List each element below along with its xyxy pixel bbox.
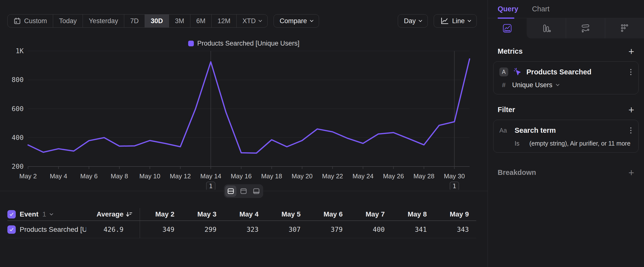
range-6m[interactable]: 6M	[190, 15, 212, 27]
x-tick-label: May 26	[383, 172, 404, 180]
filter-property-name[interactable]: Search term	[514, 126, 625, 134]
legend-label: Products Searched [Unique Users]	[197, 40, 300, 47]
kebab-menu-icon[interactable]	[629, 126, 632, 134]
date-column-header[interactable]: May 8	[385, 210, 427, 218]
date-value-cell: 323	[216, 226, 258, 233]
y-tick-label: 400	[12, 134, 24, 141]
compare-button[interactable]: Compare	[274, 14, 319, 28]
metric-card-row: A Products Searched	[499, 67, 632, 77]
range-today[interactable]: Today	[53, 15, 83, 27]
insights-icon[interactable]	[488, 18, 527, 39]
range-3m[interactable]: 3M	[169, 15, 190, 27]
metrics-section-header: Metrics +	[498, 47, 634, 55]
event-click-icon	[513, 67, 522, 77]
split-view-icon[interactable]	[225, 185, 236, 197]
table-only-view-icon[interactable]	[251, 185, 262, 197]
date-column-header[interactable]: May 2	[132, 210, 174, 218]
date-column-header[interactable]: May 7	[343, 210, 385, 218]
number-symbol: #	[499, 81, 508, 89]
range-12m[interactable]: 12M	[212, 15, 237, 27]
chart-type-label: Line	[452, 17, 465, 25]
range-label: 7D	[130, 17, 139, 25]
date-value-cell: 379	[300, 226, 343, 233]
filter-card-row: Aa Search term	[499, 125, 632, 136]
metric-event-name[interactable]: Products Searched	[526, 68, 625, 76]
range-label: 3M	[175, 17, 184, 25]
x-tick-label: May 12	[170, 172, 191, 180]
annotation-badge-label: 1	[452, 182, 456, 190]
range-label: 6M	[196, 17, 206, 25]
add-breakdown-button[interactable]: +	[628, 169, 634, 176]
filter-values: (empty string), Air purifier, or 11 more	[529, 140, 630, 147]
range-label: Custom	[24, 17, 47, 25]
y-tick-label: 600	[12, 105, 24, 113]
filter-title: Filter	[498, 106, 515, 114]
x-tick-label: May 18	[261, 172, 282, 180]
filter-card[interactable]: Aa Search term Is (empty string), Air pu…	[493, 120, 638, 153]
range-xtd[interactable]: XTD	[237, 15, 268, 27]
funnels-icon[interactable]	[527, 18, 566, 39]
row-name-cell: Products Searched [Un...	[8, 225, 86, 234]
flows-icon[interactable]	[605, 18, 644, 39]
add-metric-button[interactable]: +	[628, 48, 634, 55]
range-custom[interactable]: Custom	[8, 15, 53, 27]
aggregation-label: Unique Users	[512, 81, 552, 89]
chart-legend: Products Searched [Unique Users]	[0, 40, 488, 47]
chart-type-button[interactable]: Line	[434, 14, 477, 28]
filter-condition-row[interactable]: Is (empty string), Air purifier, or 11 m…	[514, 139, 632, 148]
date-column-header[interactable]: May 3	[174, 210, 216, 218]
range-yesterday[interactable]: Yesterday	[83, 15, 124, 27]
query-panel: Query Chart Metrics +	[488, 0, 644, 267]
series-line[interactable]	[28, 59, 470, 153]
select-all-checkbox[interactable]	[8, 210, 16, 218]
table-row: Products Searched [Un... 426.9 349299323…	[8, 221, 476, 238]
granularity-label: Day	[404, 17, 416, 25]
retention-icon[interactable]	[566, 18, 605, 39]
line-chart: 1K800600400200May 2May 4May 6May 8May 10…	[0, 47, 487, 190]
events-table: Event 1 Average May 2May 3May 4May 5May …	[8, 208, 476, 238]
x-tick-label: May 14	[200, 172, 221, 180]
metric-aggregation-row[interactable]: # Unique Users	[499, 81, 632, 89]
range-7d[interactable]: 7D	[124, 15, 145, 27]
metric-letter-badge: A	[499, 68, 508, 76]
tab-chart[interactable]: Chart	[532, 5, 550, 13]
metric-card[interactable]: A Products Searched # Unique Users	[493, 61, 638, 94]
sort-descending-icon	[126, 211, 132, 218]
legend-swatch-icon	[188, 41, 194, 46]
chart-only-view-icon[interactable]	[238, 185, 249, 197]
text-type-icon: Aa	[499, 127, 510, 134]
range-label: Yesterday	[89, 17, 118, 25]
row-average-cell: 426.9	[86, 226, 132, 233]
filter-operator: Is	[514, 140, 526, 147]
kebab-menu-icon[interactable]	[629, 68, 632, 76]
date-column-header[interactable]: May 5	[258, 210, 300, 218]
tab-query[interactable]: Query	[498, 5, 518, 13]
average-header-cell[interactable]: Average	[86, 210, 132, 218]
event-header-cell[interactable]: Event 1	[8, 210, 86, 218]
x-tick-label: May 28	[414, 172, 434, 180]
date-column-header[interactable]: May 4	[216, 210, 258, 218]
x-tick-label: May 8	[111, 172, 128, 180]
date-column-header[interactable]: May 9	[427, 210, 469, 218]
toolbar-right-group: Day Line	[398, 14, 477, 28]
date-value-cell: 341	[385, 226, 427, 233]
date-column-header[interactable]: May 6	[300, 210, 343, 218]
range-30d[interactable]: 30D	[145, 15, 169, 27]
annotation-badge-label: 1	[209, 182, 212, 190]
y-tick-label: 800	[12, 76, 24, 84]
row-checkbox[interactable]	[8, 225, 16, 234]
table-header-row: Event 1 Average May 2May 3May 4May 5May …	[8, 208, 476, 221]
x-tick-label: May 2	[20, 172, 37, 180]
range-label: XTD	[242, 17, 256, 25]
compare-label: Compare	[280, 17, 307, 25]
active-tab-underline	[498, 18, 514, 19]
x-tick-label: May 16	[231, 172, 252, 180]
chevron-down-icon	[419, 19, 422, 22]
inactive-report-tabs	[527, 18, 644, 39]
granularity-button[interactable]: Day	[398, 14, 428, 28]
x-tick-label: May 22	[322, 172, 343, 180]
layout-divider	[0, 191, 488, 191]
toolbar-left-group: CustomTodayYesterday7D30D3M6M12MXTD Comp…	[8, 14, 319, 28]
add-filter-button[interactable]: +	[628, 106, 634, 114]
range-label: 12M	[218, 17, 230, 25]
